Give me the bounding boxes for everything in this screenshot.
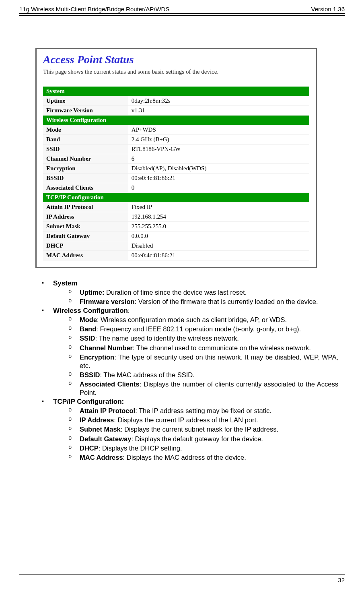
page-number: 32: [338, 577, 345, 583]
row-value: AP+WDS: [128, 125, 309, 135]
inner-bullet-text: : The MAC address of the SSID.: [100, 371, 194, 378]
section-header: TCP/IP Configuration: [43, 193, 309, 203]
inner-bullet-text: Duration of time since the device was la…: [104, 289, 247, 296]
table-row: BSSID00:e0:4c:81:86:21: [43, 174, 309, 183]
table-row: IP Address192.168.1.254: [43, 212, 309, 222]
row-label: Channel Number: [43, 154, 128, 164]
inner-bullet: Firmware version: Version of the firmwar…: [68, 298, 338, 306]
inner-bullet: Encryption: The type of security used on…: [68, 353, 338, 370]
section-header-cell: Wireless Configuration: [43, 116, 309, 125]
outer-bullet-title: TCP/IP Configuration:: [53, 398, 124, 405]
inner-bullet-term: Band: [80, 325, 96, 333]
inner-bullet-term: Mode: [80, 316, 97, 323]
row-value: v1.31: [128, 106, 309, 116]
status-panel: Access Point Status This page shows the …: [35, 48, 317, 268]
inner-bullet-term: Default Gateway: [80, 435, 131, 442]
table-row: Subnet Mask255.255.255.0: [43, 222, 309, 231]
table-row: Channel Number6: [43, 154, 309, 164]
row-label: Subnet Mask: [43, 222, 128, 231]
inner-bullet-term: BSSID: [80, 371, 100, 378]
section-header-cell: System: [43, 87, 309, 96]
row-label: Attain IP Protocol: [43, 203, 128, 212]
row-label: SSID: [43, 145, 128, 154]
inner-bullet-text: : Displays the current subnet mask for t…: [121, 426, 278, 433]
section-header: Wireless Configuration: [43, 116, 309, 125]
outer-bullet-suffix: :: [128, 308, 130, 314]
inner-bullet: Associated Clients: Displays the number …: [68, 380, 338, 397]
header-rule: [19, 15, 345, 16]
inner-bullet-term: Associated Clients: [80, 380, 140, 388]
row-label: Encryption: [43, 164, 128, 174]
table-row: Default Gateway0.0.0.0: [43, 231, 309, 241]
row-label: Band: [43, 135, 128, 145]
outer-bullet-title: Wireless Configuration: [53, 307, 128, 314]
inner-list: Mode: Wireless configuration mode such a…: [53, 316, 338, 397]
row-value: 2.4 GHz (B+G): [128, 135, 309, 145]
table-row: Associated Clients0: [43, 183, 309, 193]
inner-bullet: Mode: Wireless configuration mode such a…: [68, 316, 338, 324]
row-value: 00:e0:4c:81:86:21: [128, 251, 309, 260]
outer-bullet: Wireless Configuration:Mode: Wireless co…: [42, 307, 338, 397]
inner-list: Uptime: Duration of time since the devic…: [53, 288, 338, 306]
row-label: Associated Clients: [43, 183, 128, 193]
row-value: 0day:2h:8m:32s: [128, 96, 309, 106]
document-page: 11g Wireless Multi-Client Bridge/Bridge …: [0, 0, 364, 589]
row-label: Mode: [43, 125, 128, 135]
row-label: Firmware Version: [43, 106, 128, 116]
inner-bullet-text: : Displays the MAC address of the device…: [123, 454, 246, 461]
table-row: Attain IP ProtocolFixed IP: [43, 203, 309, 212]
description-list: SystemUptime: Duration of time since the…: [19, 279, 345, 462]
inner-bullet-text: : Version of the firmware that is curren…: [135, 298, 318, 305]
table-row: Firmware Versionv1.31: [43, 106, 309, 116]
row-label: DHCP: [43, 241, 128, 251]
inner-bullet: Uptime: Duration of time since the devic…: [68, 288, 338, 297]
table-row: EncryptionDisabled(AP), Disabled(WDS): [43, 164, 309, 174]
section-header: System: [43, 87, 309, 96]
row-value: 0: [128, 183, 309, 193]
inner-bullet-text: : Displays the current IP address of the…: [114, 416, 258, 424]
inner-bullet-text: : The channel used to communicate on the…: [133, 344, 311, 351]
inner-bullet-text: : Frequency and IEEE 802.11 operation mo…: [96, 325, 301, 333]
inner-bullet-text: : Displays the default gateway for the d…: [131, 435, 263, 442]
row-value: Fixed IP: [128, 203, 309, 212]
inner-bullet: Channel Number: The channel used to comm…: [68, 344, 338, 352]
inner-bullet-term: DHCP: [80, 444, 99, 452]
table-row: Band2.4 GHz (B+G): [43, 135, 309, 145]
panel-subtitle: This page shows the current status and s…: [43, 68, 309, 75]
inner-bullet: Subnet Mask: Displays the current subnet…: [68, 425, 338, 434]
inner-bullet-term: Uptime:: [80, 289, 104, 296]
inner-bullet-term: Subnet Mask: [80, 426, 121, 433]
row-label: BSSID: [43, 174, 128, 183]
row-label: IP Address: [43, 212, 128, 222]
row-label: Uptime: [43, 96, 128, 106]
inner-bullet-term: Firmware version: [80, 298, 135, 305]
row-label: Default Gateway: [43, 231, 128, 241]
row-label: MAC Address: [43, 251, 128, 260]
inner-bullet-text: : Displays the DHCP setting.: [99, 444, 182, 452]
inner-bullet: SSID: The name used to identify the wire…: [68, 334, 338, 343]
inner-bullet: BSSID: The MAC address of the SSID.: [68, 371, 338, 379]
row-value: Disabled(AP), Disabled(WDS): [128, 164, 309, 174]
status-table: SystemUptime0day:2h:8m:32sFirmware Versi…: [43, 87, 309, 260]
row-value: 192.168.1.254: [128, 212, 309, 222]
inner-bullet-text: : Wireless configuration mode such as cl…: [97, 316, 287, 323]
inner-bullet-term: SSID: [80, 335, 95, 342]
inner-bullet-term: Channel Number: [80, 344, 133, 351]
table-row: SSIDRTL8186-VPN-GW: [43, 145, 309, 154]
inner-bullet-term: IP Address: [80, 416, 114, 424]
outer-bullet: SystemUptime: Duration of time since the…: [42, 279, 338, 306]
row-value: 00:e0:4c:81:86:21: [128, 174, 309, 183]
inner-bullet: Default Gateway: Displays the default ga…: [68, 435, 338, 443]
inner-bullet-term: Encryption: [80, 353, 114, 361]
row-value: 6: [128, 154, 309, 164]
section-header-cell: TCP/IP Configuration: [43, 193, 309, 203]
inner-bullet-text: : The name used to identify the wireless…: [95, 335, 239, 342]
inner-bullet-term: MAC Address: [80, 454, 123, 461]
inner-bullet: Band: Frequency and IEEE 802.11 operatio…: [68, 325, 338, 333]
inner-bullet: MAC Address: Displays the MAC address of…: [68, 453, 338, 462]
table-row: DHCPDisabled: [43, 241, 309, 251]
inner-bullet-term: Attain IP Protocol: [80, 407, 135, 414]
inner-list: Attain IP Protocol: The IP address setti…: [53, 407, 338, 462]
inner-bullet: Attain IP Protocol: The IP address setti…: [68, 407, 338, 415]
row-value: 255.255.255.0: [128, 222, 309, 231]
